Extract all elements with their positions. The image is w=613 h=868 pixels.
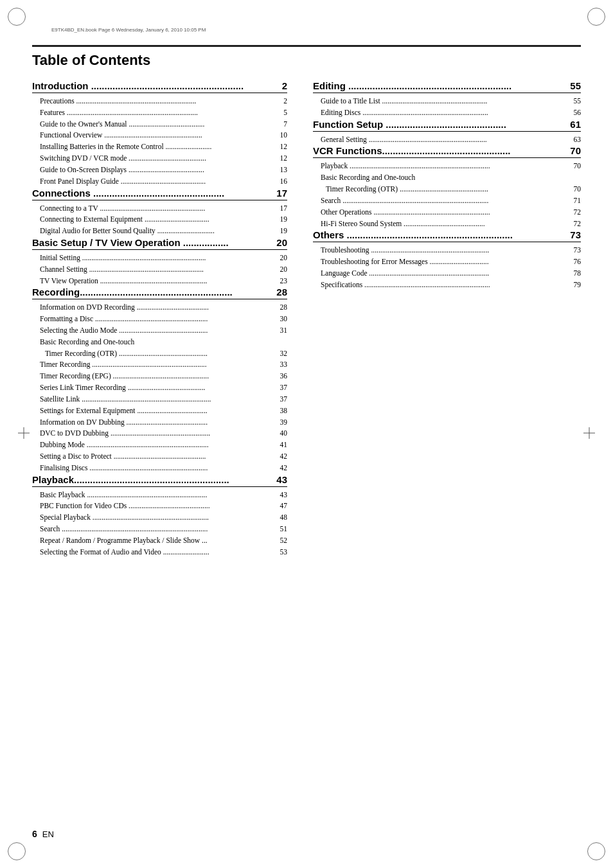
toc-item: Search .................................… [32, 524, 287, 535]
section-header-vcr-functions: VCR Functions...........................… [313, 145, 581, 158]
section-title-recording: Recording...............................… [32, 287, 233, 297]
section-header-others: Others .................................… [313, 229, 581, 242]
section-header-editing: Editing ................................… [313, 80, 581, 93]
toc-item: Hi-Fi Stereo Sound System ..............… [313, 218, 581, 230]
toc-item: Connecting to a TV .....................… [32, 203, 287, 215]
section-title-connections: Connections ............................… [32, 188, 224, 199]
section-page-editing: 55 [570, 80, 581, 91]
toc-item: Selecting the Format of Audio and Video … [32, 547, 287, 558]
toc-item: Formatting a Disc ......................… [32, 314, 287, 325]
toc-item: Guide to the Owner's Manual ............… [32, 119, 287, 130]
section-header-function-setup: Function Setup .........................… [313, 119, 581, 132]
toc-item: Basic Playback .........................… [32, 490, 287, 501]
toc-item: Digital Audio for Better Sound Quality .… [32, 226, 287, 237]
mid-crosshair-right [583, 427, 595, 441]
section-header-basic-setup: Basic Setup / TV View Operation ........… [32, 237, 287, 250]
toc-item: Timer Recording (EPG) ..................… [32, 371, 287, 382]
toc-item: Specifications .........................… [313, 279, 581, 291]
toc-item: Guide to On-Screen Displays ............… [32, 164, 287, 176]
toc-item: Dubbing Mode ...........................… [32, 439, 287, 451]
section-page-connections: 17 [276, 188, 287, 199]
section-editing: Editing ................................… [313, 80, 581, 119]
toc-item: Guide to a Title List ..................… [313, 96, 581, 107]
toc-item: Front Panel Display Guide ..............… [32, 176, 287, 188]
top-rule [32, 45, 581, 47]
section-function-setup: Function Setup .........................… [313, 119, 581, 146]
toc-item: Playback ...............................… [313, 161, 581, 172]
toc-item: PBC Function for Video CDs .............… [32, 500, 287, 512]
toc-item: Information on DVD Recording ...........… [32, 302, 287, 314]
toc-item-vcr-otr: Timer Recording (OTR) ..................… [313, 184, 581, 195]
toc-item: TV View Operation ......................… [32, 276, 287, 287]
section-title-others: Others .................................… [313, 229, 513, 240]
corner-mark-tr [587, 8, 605, 26]
toc-left-column: Introduction ...........................… [32, 80, 306, 558]
toc-item: Search .................................… [313, 195, 581, 207]
section-introduction: Introduction ...........................… [32, 80, 287, 188]
section-title-function-setup: Function Setup .........................… [313, 119, 506, 130]
section-vcr-functions: VCR Functions...........................… [313, 145, 581, 229]
page: E9TK4BD_EN.book Page 6 Wednesday, Januar… [0, 0, 613, 868]
section-header-connections: Connections ............................… [32, 188, 287, 200]
toc-item-general-setting: General Setting ........................… [313, 134, 581, 146]
section-connections: Connections ............................… [32, 188, 287, 237]
toc-item: Editing Discs ..........................… [313, 107, 581, 119]
section-page-basic-setup: 20 [276, 237, 287, 248]
toc-item: Switching DVD / VCR mode ...............… [32, 153, 287, 164]
toc-item: Troubleshooting for Error Messages .....… [313, 256, 581, 268]
toc-item-series-link: Series Link Timer Recording ............… [32, 382, 287, 394]
toc-item-repeat-random: Repeat / Random / Programme Playback / S… [32, 535, 287, 547]
section-title-basic-setup: Basic Setup / TV View Operation ........… [32, 237, 229, 248]
toc-item-installing-batteries: Installing Batteries in the Remote Contr… [32, 141, 287, 153]
toc-item: Special Playback .......................… [32, 512, 287, 524]
corner-mark-bl [8, 842, 26, 860]
section-page-introduction: 2 [282, 80, 287, 91]
section-page-playback: 43 [276, 474, 287, 485]
mid-crosshair-left [18, 427, 30, 441]
toc-item: Initial Setting ........................… [32, 252, 287, 264]
section-playback: Playback................................… [32, 474, 287, 558]
toc-item: Settings for External Equipment ........… [32, 405, 287, 417]
section-title-introduction: Introduction ...........................… [32, 80, 244, 91]
toc-item: Channel Setting ........................… [32, 264, 287, 276]
toc-item: Other Operations .......................… [313, 207, 581, 218]
footer-language: EN [42, 829, 54, 839]
section-others: Others .................................… [313, 229, 581, 290]
toc-item: Satellite Link .........................… [32, 394, 287, 405]
footer: 6 EN [32, 829, 581, 839]
toc-item: Timer Recording ........................… [32, 359, 287, 371]
toc-item: Language Code ..........................… [313, 268, 581, 279]
toc-layout: Introduction ...........................… [32, 80, 581, 558]
section-page-recording: 28 [276, 287, 287, 297]
section-recording: Recording...............................… [32, 287, 287, 474]
corner-mark-br [587, 842, 605, 860]
toc-item: DVC to DVD Dubbing .....................… [32, 428, 287, 439]
section-header-playback: Playback................................… [32, 474, 287, 487]
toc-item: Information on DV Dubbing ..............… [32, 417, 287, 429]
section-header-introduction: Introduction ...........................… [32, 80, 287, 93]
section-title-playback: Playback................................… [32, 474, 229, 485]
toc-item: Troubleshooting ........................… [313, 245, 581, 256]
section-title-vcr-functions: VCR Functions...........................… [313, 145, 511, 156]
page-title: Table of Contents [32, 52, 581, 69]
section-page-function-setup: 61 [570, 119, 581, 130]
toc-right-column: Editing ................................… [306, 80, 581, 558]
footer-page-number: 6 [32, 829, 37, 839]
section-basic-setup: Basic Setup / TV View Operation ........… [32, 237, 287, 287]
toc-item: Setting a Disc to Protect ..............… [32, 451, 287, 463]
section-page-others: 73 [570, 229, 581, 240]
toc-item-selecting-audio: Selecting the Audio Mode ...............… [32, 325, 287, 337]
corner-mark-tl [8, 8, 26, 26]
section-title-editing: Editing ................................… [313, 80, 511, 91]
toc-item: Functional Overview ....................… [32, 130, 287, 141]
section-page-vcr-functions: 70 [570, 145, 581, 156]
toc-item: Precautions ............................… [32, 96, 287, 107]
toc-item: Basic Recording and One-touch [32, 337, 287, 348]
toc-item: Connecting to External Equipment .......… [32, 214, 287, 226]
header-info: E9TK4BD_EN.book Page 6 Wednesday, Januar… [51, 27, 206, 33]
toc-item: Features ...............................… [32, 107, 287, 119]
toc-item: Basic Recording and One-touch [313, 172, 581, 184]
toc-item-otr: Timer Recording (OTR) ..................… [32, 348, 287, 360]
toc-item: Finalising Discs .......................… [32, 463, 287, 474]
section-header-recording: Recording...............................… [32, 287, 287, 299]
